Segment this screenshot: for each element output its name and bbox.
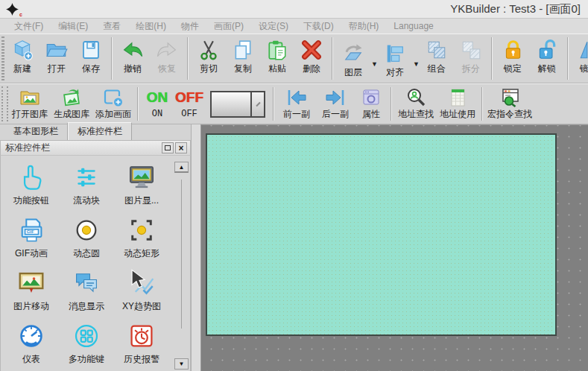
screen-canvas[interactable] xyxy=(206,133,557,336)
widget-gauge[interactable]: 仪表 xyxy=(4,319,59,371)
next-screen-button[interactable]: 后一副 xyxy=(316,84,355,124)
group-button[interactable]: 组合 xyxy=(420,34,454,83)
panel-close-button[interactable]: × xyxy=(175,142,187,153)
new-button[interactable]: 新建 xyxy=(5,34,39,83)
widget-picture-move[interactable]: 图片移动 xyxy=(4,266,59,319)
align-dropdown[interactable]: 对齐 ▼ xyxy=(378,34,420,83)
new-cube-icon xyxy=(10,37,34,63)
tab-basic-shapes[interactable]: 基本图形栏 xyxy=(4,123,68,140)
app-logo-icon: c xyxy=(6,1,21,16)
open-gallery-button[interactable]: 打开图库 xyxy=(9,84,51,124)
title-bar: c YKBuilder : Test3 - [画面0] xyxy=(0,0,588,18)
xy-trend-cursor-icon xyxy=(127,266,157,300)
widget-gif-animation[interactable]: GIF GIF动画 xyxy=(4,213,59,266)
delete-button[interactable]: 删除 xyxy=(294,34,329,83)
widget-flow-block[interactable]: 流动块 xyxy=(59,160,114,213)
properties-button[interactable]: 属性 xyxy=(355,84,388,124)
delete-x-icon xyxy=(300,37,323,63)
widget-message-display[interactable]: 消息显示 xyxy=(59,266,114,319)
macro-find-button[interactable]: 宏指令查找 xyxy=(486,84,534,124)
panel-float-button[interactable] xyxy=(162,142,174,153)
address-find-button[interactable]: 地址查找 xyxy=(395,84,437,124)
gallery-folder-icon xyxy=(19,86,41,109)
open-button[interactable]: 打开 xyxy=(39,34,74,83)
paste-button[interactable]: 粘贴 xyxy=(260,34,294,83)
lock-button[interactable]: 锁定 xyxy=(496,34,530,83)
off-button[interactable]: OFF OFF xyxy=(173,84,206,124)
widget-panel: 功能按钮 流动块 图片显... xyxy=(0,156,191,371)
editor-workspace[interactable] xyxy=(201,124,588,371)
close-icon: × xyxy=(178,145,183,152)
redo-button[interactable]: 恢复 xyxy=(150,34,184,83)
picture-move-icon xyxy=(16,266,46,300)
previous-screen-button[interactable]: 前一副 xyxy=(277,84,316,124)
ungroup-icon xyxy=(460,37,482,63)
scroll-track[interactable] xyxy=(181,180,182,329)
next-arrow-icon xyxy=(323,86,347,109)
widget-picture-display[interactable]: 图片显... xyxy=(114,160,169,213)
lock-icon xyxy=(502,37,524,63)
properties-icon xyxy=(361,86,382,109)
menu-bar: 文件(F) 编辑(E) 查看 绘图(H) 物件 画面(P) 设定(S) 下载(D… xyxy=(0,18,588,34)
redo-arrow-icon xyxy=(155,37,179,63)
align-icon xyxy=(383,40,407,67)
dynamic-rect-icon xyxy=(127,213,156,247)
toolbar-grip[interactable] xyxy=(1,86,8,121)
menu-help[interactable]: 帮助(H) xyxy=(342,19,386,34)
widget-history-alarm[interactable]: 历史报警 xyxy=(114,319,169,371)
widget-xy-trend[interactable]: XY趋势图 xyxy=(114,266,169,319)
scroll-down-button[interactable]: ▼ xyxy=(174,358,189,370)
chevron-down-icon[interactable]: ▼ xyxy=(413,60,420,68)
hand-pointer-icon xyxy=(17,160,45,194)
ungroup-button[interactable]: 拆分 xyxy=(454,34,488,83)
menu-edit[interactable]: 编辑(E) xyxy=(51,19,95,34)
on-button[interactable]: ON ON xyxy=(142,84,173,124)
screen-selector-combobox[interactable] xyxy=(210,91,265,118)
tab-standard-widgets[interactable]: 标准控件栏 xyxy=(68,122,132,140)
left-pane: 基本图形栏 标准控件栏 标准控件栏 × 功能按钮 xyxy=(0,124,191,371)
menu-draw[interactable]: 绘图(H) xyxy=(129,19,173,34)
menu-view[interactable]: 查看 xyxy=(96,19,127,34)
menu-object[interactable]: 物件 xyxy=(174,19,206,34)
mirror-icon xyxy=(578,37,588,63)
monitor-picture-icon xyxy=(127,160,157,194)
panel-scrollbar[interactable]: ▲ ▼ xyxy=(174,157,189,370)
address-usage-button[interactable]: 地址使用 xyxy=(437,84,478,124)
layer-button[interactable]: 图层 xyxy=(336,38,370,79)
paste-clipboard-icon xyxy=(266,37,288,63)
widget-dynamic-rect[interactable]: 动态矩形 xyxy=(114,213,169,266)
ykbuilder-window: c YKBuilder : Test3 - [画面0] 文件(F) 编辑(E) … xyxy=(0,0,588,371)
widget-function-button[interactable]: 功能按钮 xyxy=(4,160,59,213)
unlock-button[interactable]: 解锁 xyxy=(530,34,564,83)
restore-icon xyxy=(165,145,171,150)
menu-settings[interactable]: 设定(S) xyxy=(252,19,295,34)
toolbar-grip[interactable] xyxy=(1,37,4,80)
menu-download[interactable]: 下载(D) xyxy=(297,19,341,34)
align-button[interactable]: 对齐 xyxy=(378,38,412,79)
generate-gallery-button[interactable]: 生成图库 xyxy=(51,84,92,124)
undo-button[interactable]: 撤销 xyxy=(116,34,150,83)
cut-button[interactable]: 剪切 xyxy=(192,34,226,83)
widget-dynamic-circle[interactable]: 动态圆 xyxy=(59,213,114,266)
generate-gallery-icon xyxy=(60,86,83,109)
unlock-icon xyxy=(536,37,558,63)
save-button[interactable]: 保存 xyxy=(74,34,108,83)
widget-multifunction-key[interactable]: 多功能键 xyxy=(59,319,114,371)
add-screen-button[interactable]: 添加画面 xyxy=(92,84,134,124)
combobox-drop-button[interactable] xyxy=(250,92,264,116)
separator xyxy=(111,37,113,80)
add-screen-icon xyxy=(102,86,124,109)
panel-tabs: 基本图形栏 标准控件栏 xyxy=(0,124,191,140)
scroll-up-button[interactable]: ▲ xyxy=(174,162,189,173)
layer-dropdown[interactable]: 图层 ▼ xyxy=(336,34,378,83)
mirror-button[interactable]: 镜像 xyxy=(572,34,588,83)
pane-divider[interactable] xyxy=(191,124,201,371)
separator xyxy=(391,87,392,121)
gauge-icon xyxy=(17,319,45,353)
menu-screen[interactable]: 画面(P) xyxy=(207,19,250,34)
chevron-down-icon[interactable]: ▼ xyxy=(371,60,378,68)
menu-file[interactable]: 文件(F) xyxy=(7,19,50,34)
copy-button[interactable]: 复制 xyxy=(226,34,260,83)
alarm-icon xyxy=(127,319,156,353)
menu-language[interactable]: Language xyxy=(387,19,440,33)
